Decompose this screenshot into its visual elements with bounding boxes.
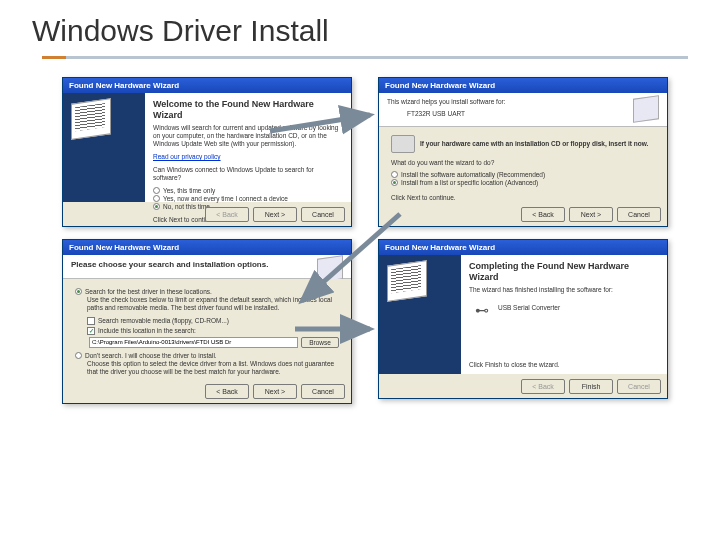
titlebar: Found New Hardware Wizard [379, 78, 667, 93]
radio-label: No, not this time [163, 203, 210, 210]
wizard-content: Search for the best driver in these loca… [63, 279, 351, 379]
wizard-heading: Completing the Found New Hardware Wizard [469, 261, 659, 283]
wizard-dialog-1: Found New Hardware Wizard Welcome to the… [62, 77, 352, 227]
checkbox-label: Include this location in the search: [98, 327, 196, 334]
back-button[interactable]: < Back [205, 384, 249, 399]
cancel-button[interactable]: Cancel [301, 207, 345, 222]
radio-yes-always[interactable]: Yes, now and every time I connect a devi… [153, 195, 343, 202]
radio-label: Install from a list or specific location… [401, 179, 538, 186]
wizard-question: What do you want the wizard to do? [391, 159, 655, 167]
next-button[interactable]: Next > [569, 207, 613, 222]
next-button[interactable]: Next > [253, 384, 297, 399]
wizard-question: Can Windows connect to Windows Update to… [153, 166, 343, 183]
wizard-dialog-2: Found New Hardware Wizard This wizard he… [378, 77, 668, 227]
checkbox-label: Search removable media (floppy, CD-ROM..… [98, 317, 229, 324]
radio-yes-once[interactable]: Yes, this time only [153, 187, 343, 194]
back-button: < Back [521, 379, 565, 394]
wizard-lead: The wizard has finished installing the s… [469, 286, 659, 294]
titlebar: Found New Hardware Wizard [379, 240, 667, 255]
hardware-icon [71, 98, 111, 140]
wizard-side-panel [379, 255, 461, 374]
radio-label: Don't search. I will choose the driver t… [85, 352, 217, 359]
wizard-heading: Welcome to the Found New Hardware Wizard [153, 99, 343, 121]
hardware-icon [387, 260, 427, 302]
wizard-dialog-3: Found New Hardware Wizard Please choose … [62, 239, 352, 404]
radio-search[interactable]: Search for the best driver in these loca… [75, 288, 339, 295]
back-button[interactable]: < Back [521, 207, 565, 222]
slide-body: Found New Hardware Wizard Welcome to the… [0, 59, 720, 87]
wizard-dialog-4: Found New Hardware Wizard Completing the… [378, 239, 668, 399]
wizard-header-strip: Please choose your search and installati… [63, 255, 351, 279]
wizard-intro: Windows will search for current and upda… [153, 124, 343, 149]
device-name: USB Serial Converter [498, 304, 560, 311]
checkbox-removable[interactable]: Search removable media (floppy, CD-ROM..… [87, 317, 339, 325]
wizard-side-panel [63, 93, 145, 202]
usb-icon [475, 302, 491, 314]
wizard-hint: Click Finish to close the wizard. [469, 361, 560, 368]
cancel-button[interactable]: Cancel [617, 207, 661, 222]
radio-label: Install the software automatically (Reco… [401, 171, 545, 178]
browse-button[interactable]: Browse [301, 337, 339, 348]
cd-icon [391, 135, 415, 153]
path-input[interactable] [89, 337, 298, 348]
cd-hint: If your hardware came with an installati… [420, 140, 648, 148]
back-button: < Back [205, 207, 249, 222]
privacy-link[interactable]: Read our privacy policy [153, 153, 343, 160]
cancel-button[interactable]: Cancel [301, 384, 345, 399]
wizard-content: Completing the Found New Hardware Wizard… [461, 255, 667, 374]
finish-button[interactable]: Finish [569, 379, 613, 394]
wizard-header-strip: This wizard helps you install software f… [379, 93, 667, 127]
radio-label: Search for the best driver in these loca… [85, 288, 212, 295]
wizard-lead: This wizard helps you install software f… [387, 98, 659, 106]
cancel-button: Cancel [617, 379, 661, 394]
wizard-content: If your hardware came with an installati… [379, 127, 667, 202]
search-help: Use the check boxes below to limit or ex… [87, 296, 339, 313]
radio-auto[interactable]: Install the software automatically (Reco… [391, 171, 655, 178]
hardware-icon [633, 95, 659, 123]
device-name: FT232R USB UART [407, 110, 659, 118]
wizard-heading: Please choose your search and installati… [71, 260, 343, 269]
wizard-content: Welcome to the Found New Hardware Wizard… [145, 93, 351, 202]
dont-help: Choose this option to select the device … [87, 360, 339, 377]
next-button[interactable]: Next > [253, 207, 297, 222]
checkbox-include-location[interactable]: ✓Include this location in the search: [87, 327, 339, 335]
radio-advanced[interactable]: Install from a list or specific location… [391, 179, 655, 186]
titlebar: Found New Hardware Wizard [63, 240, 351, 255]
titlebar: Found New Hardware Wizard [63, 78, 351, 93]
wizard-hint: Click Next to continue. [391, 194, 655, 201]
radio-label: Yes, this time only [163, 187, 215, 194]
slide-title: Windows Driver Install [0, 0, 720, 56]
radio-label: Yes, now and every time I connect a devi… [163, 195, 288, 202]
radio-dont-search[interactable]: Don't search. I will choose the driver t… [75, 352, 339, 359]
